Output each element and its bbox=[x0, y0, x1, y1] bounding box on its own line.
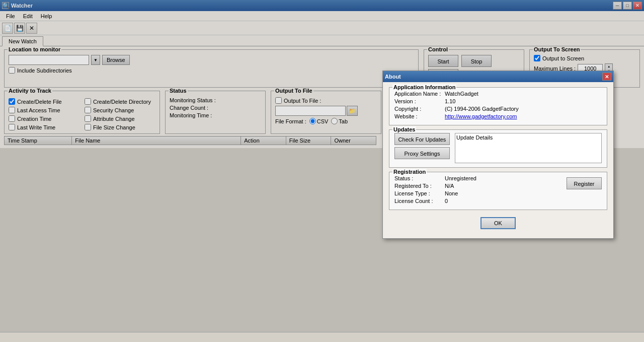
registration-section: Registration Status : Unregistered Regis… bbox=[389, 172, 607, 210]
dialog-footer: OK bbox=[389, 214, 607, 233]
license-type-label: License Type : bbox=[394, 190, 445, 196]
website-row: Website : http://www.gadgetfactory.com bbox=[394, 113, 602, 119]
registration-title: Registration bbox=[392, 169, 427, 175]
app-name-label: Application Name : bbox=[394, 91, 445, 97]
dialog-title-bar: About ✕ bbox=[383, 71, 613, 82]
version-row: Version : 1.10 bbox=[394, 98, 602, 104]
app-info-title: Application Information bbox=[392, 84, 456, 90]
dialog-close-button[interactable]: ✕ bbox=[602, 73, 611, 81]
reg-status-value: Unregistered bbox=[445, 175, 562, 181]
copyright-value: (C) 1994-2006 GadgetFactory bbox=[445, 106, 602, 112]
website-link[interactable]: http://www.gadgetfactory.com bbox=[445, 113, 602, 119]
reg-status-label: Status : bbox=[394, 175, 445, 181]
reg-to-row: Registered To : N/A bbox=[394, 183, 562, 189]
version-value: 1.10 bbox=[445, 98, 602, 104]
website-label: Website : bbox=[394, 113, 445, 119]
copyright-label: Copyright : bbox=[394, 106, 445, 112]
dialog-overlay: About ✕ Application Information Applicat… bbox=[0, 0, 644, 342]
license-count-label: License Count : bbox=[394, 198, 445, 204]
updates-title: Updates bbox=[392, 126, 416, 132]
about-dialog: About ✕ Application Information Applicat… bbox=[382, 71, 614, 239]
reg-status-row: Status : Unregistered bbox=[394, 175, 562, 181]
registration-content: Status : Unregistered Registered To : N/… bbox=[394, 175, 602, 206]
register-button[interactable]: Register bbox=[567, 177, 602, 189]
license-count-value: 0 bbox=[445, 198, 562, 204]
version-label: Version : bbox=[394, 98, 445, 104]
update-details-label: Update Details bbox=[456, 134, 493, 141]
proxy-settings-button[interactable]: Proxy Settings bbox=[394, 147, 450, 159]
copyright-row: Copyright : (C) 1994-2006 GadgetFactory bbox=[394, 106, 602, 112]
reg-info: Status : Unregistered Registered To : N/… bbox=[394, 175, 562, 206]
reg-to-value: N/A bbox=[445, 183, 562, 189]
update-details: Update Details bbox=[455, 133, 602, 163]
license-type-row: License Type : None bbox=[394, 190, 562, 196]
check-updates-button[interactable]: Check For Updates bbox=[394, 133, 450, 145]
reg-to-label: Registered To : bbox=[394, 183, 445, 189]
dialog-body: Application Information Application Name… bbox=[383, 82, 613, 238]
app-name-row: Application Name : WatchGadget bbox=[394, 91, 602, 97]
app-info-section: Application Information Application Name… bbox=[389, 87, 607, 125]
status-bar bbox=[0, 332, 644, 342]
license-count-row: License Count : 0 bbox=[394, 198, 562, 204]
license-type-value: None bbox=[445, 190, 562, 196]
app-name-value: WatchGadget bbox=[445, 91, 602, 97]
updates-section: Updates Check For Updates Proxy Settings… bbox=[389, 129, 607, 168]
updates-content: Check For Updates Proxy Settings Update … bbox=[394, 133, 602, 163]
ok-button[interactable]: OK bbox=[480, 217, 516, 229]
update-buttons: Check For Updates Proxy Settings bbox=[394, 133, 450, 163]
dialog-title: About bbox=[385, 74, 602, 80]
